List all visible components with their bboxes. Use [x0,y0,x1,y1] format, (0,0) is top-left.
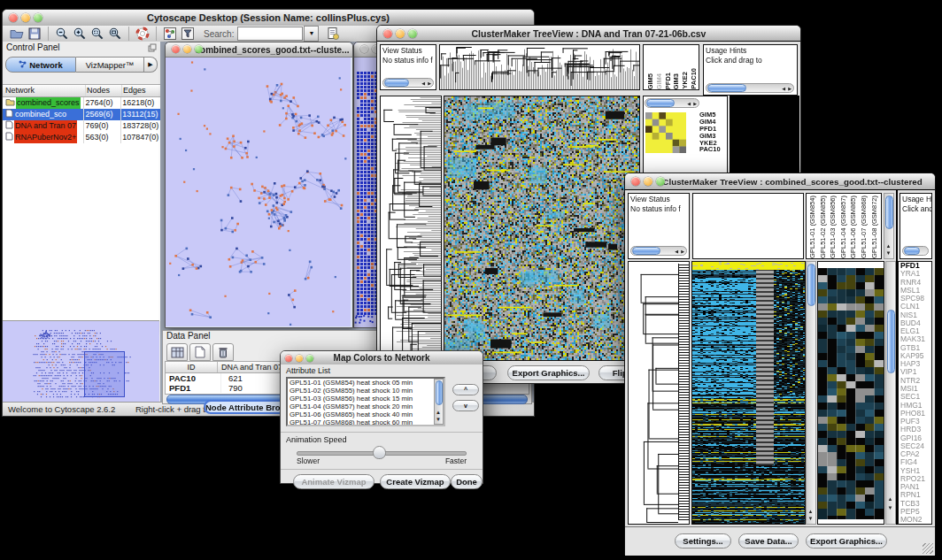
minimize-icon[interactable] [296,355,303,362]
scroll-right-icon[interactable]: ▶ [788,86,791,92]
minimize-icon[interactable] [183,45,191,53]
minimize-icon[interactable] [644,177,652,186]
network-canvas[interactable] [166,58,351,326]
more-tabs-button[interactable]: ▶ [144,57,158,73]
dna-heatmap[interactable] [444,96,640,361]
network-view-titlebar[interactable]: combined_scores_good.txt--cluste... [166,42,352,58]
scroll-right-icon[interactable]: ▶ [693,101,697,107]
row-dendrogram[interactable] [628,261,690,525]
scroll-right-icon[interactable]: ▶ [428,81,431,87]
map-colors-titlebar[interactable]: Map Colors to Network [281,351,483,365]
search-dropdown-button[interactable]: ▼ [304,26,319,42]
dna-treeview-titlebar[interactable]: ClusterMaker TreeView : DNA and Tran 07-… [377,26,800,42]
close-icon[interactable] [383,29,392,38]
column-label[interactable]: GPL51-07 (GSM868) [860,196,870,258]
resize-grip[interactable] [923,543,933,554]
settings-button[interactable]: Settings... [675,533,731,548]
network-list-row[interactable]: combined_sco2569(6)13112(15) [3,109,160,120]
column-label[interactable]: GIM4 [655,73,664,89]
export-graphics-button[interactable]: Export Graphics... [806,533,887,548]
filter-icon[interactable] [179,26,197,42]
new-attribute-icon[interactable] [189,343,211,361]
close-icon[interactable] [631,177,640,186]
scroll-down-icon[interactable]: ▼ [888,505,893,511]
view-status-scrollbar[interactable]: ◀▶ [630,246,687,256]
attribute-item[interactable]: GPL51-07 (GSM868) heat shock 60 min [290,419,442,426]
column-label[interactable]: PAC10 [690,68,699,89]
move-down-button[interactable]: v [452,400,479,411]
zoom-selected-icon[interactable] [89,26,106,42]
close-icon[interactable] [9,13,18,22]
attribute-list[interactable]: GPL51-01 (GSM854) heat shock 05 minGPL51… [286,377,445,426]
vizmapper-icon[interactable] [161,26,179,42]
cluster-summary-heatmap[interactable] [645,112,686,153]
column-label[interactable]: GPL51-06 (GSM865) [849,196,860,258]
zoom-window-icon[interactable] [306,355,313,362]
zoom-out-icon[interactable] [53,26,71,42]
minimize-icon[interactable] [396,29,405,38]
float-panel-icon[interactable] [148,43,157,54]
save-session-icon[interactable] [26,26,43,42]
summary-scrollbar[interactable]: ◀▶ [645,98,699,108]
scroll-left-icon[interactable]: ◀ [687,101,691,107]
network-list-row[interactable]: combined_scores2764(0)16218(0) [3,97,160,109]
zoom-window-icon[interactable] [656,177,665,186]
zoom-fit-icon[interactable] [106,26,124,42]
help-lifesaver-icon[interactable] [134,26,151,42]
move-up-button[interactable]: ^ [452,384,479,395]
birdseye-view[interactable] [3,320,159,403]
scroll-down-icon[interactable]: ▼ [886,250,892,257]
labels-vscrollbar[interactable]: ▲▼ [884,193,894,259]
scroll-up-icon[interactable]: ▲ [886,243,892,249]
scroll-left-icon[interactable]: ◀ [675,249,678,255]
tab-vizmapper[interactable]: VizMapper™ [76,57,144,73]
scroll-right-icon[interactable]: ▶ [681,249,684,255]
network-list-row[interactable]: RNAPuberNov2+563(0)107847(0) [3,132,160,143]
close-icon[interactable] [172,45,180,53]
column-label[interactable]: GPL51-04 (GSM857) [839,196,850,258]
minimize-icon[interactable] [21,13,30,22]
column-label[interactable]: YKE2 [681,72,690,89]
detail-vscrollbar[interactable]: ▲▼ [885,261,896,525]
zoom-window-icon[interactable] [34,13,42,22]
column-label[interactable]: GIM5 [646,73,655,89]
column-label[interactable]: GPL51-01 (GSM854) [808,196,819,258]
scroll-left-icon[interactable]: ◀ [421,81,425,87]
column-label[interactable]: GPL51-03 (GSM856) [829,196,839,258]
close-icon[interactable] [285,355,292,362]
dna-row-labels[interactable]: GIM5GIM4PFD1GIM3YKE2PAC10 [699,111,721,153]
export-graphics-button[interactable]: Export Graphics... [507,365,590,380]
detail-heatmap-panel[interactable] [817,261,884,525]
tab-network[interactable]: Network [5,57,76,73]
animate-vizmap-button[interactable]: Animate Vizmap [293,474,374,489]
column-label[interactable]: GIM3 [672,73,681,89]
column-labels[interactable]: GPL51-01 (GSM854)GPL51-02 (GSM855)GPL51-… [806,193,882,259]
column-dendrogram-area[interactable] [692,193,804,259]
heatmap-vscrollbar[interactable]: ▲▼ [806,261,816,525]
combined-treeview-titlebar[interactable]: ClusterMaker TreeView : combined_scores_… [625,173,935,190]
scroll-up-icon[interactable]: ▲ [888,496,893,502]
import-annotation-icon[interactable] [324,26,342,42]
delete-attribute-icon[interactable] [212,343,234,361]
main-heatmap[interactable] [691,261,806,525]
id-column-header[interactable]: ID [166,362,218,372]
done-button[interactable]: Done [451,474,483,489]
scroll-up-icon[interactable]: ▲ [808,509,814,515]
gene-list[interactable]: PFD1YRA1RNR4MSL1SPC98CLN1NIS1BUD4ELG1MAK… [898,261,932,525]
dna-column-dendrogram[interactable] [439,44,640,90]
dna-column-labels[interactable]: GIM5GIM4PFD1GIM3YKE2PAC10 [643,44,699,90]
close-icon[interactable] [360,45,368,53]
zoom-window-icon[interactable] [195,45,203,53]
zoom-in-icon[interactable] [71,26,89,42]
zoom-window-icon[interactable] [408,29,417,38]
gene-item[interactable]: MON2 [899,516,931,524]
scroll-down-icon[interactable]: ▼ [808,516,814,522]
dna-row-dendrogram[interactable] [380,96,442,361]
select-attributes-icon[interactable] [166,343,188,361]
search-input[interactable] [237,27,303,41]
scroll-up-icon[interactable]: ▲ [436,410,441,416]
attribute-list-scrollbar[interactable]: ▲▼ [434,379,444,425]
speed-slider-thumb[interactable] [373,446,386,459]
usage-hints-scrollbar[interactable]: ◀▶ [706,83,794,93]
column-label[interactable]: GPL51-08 (GSM872) [870,196,881,258]
